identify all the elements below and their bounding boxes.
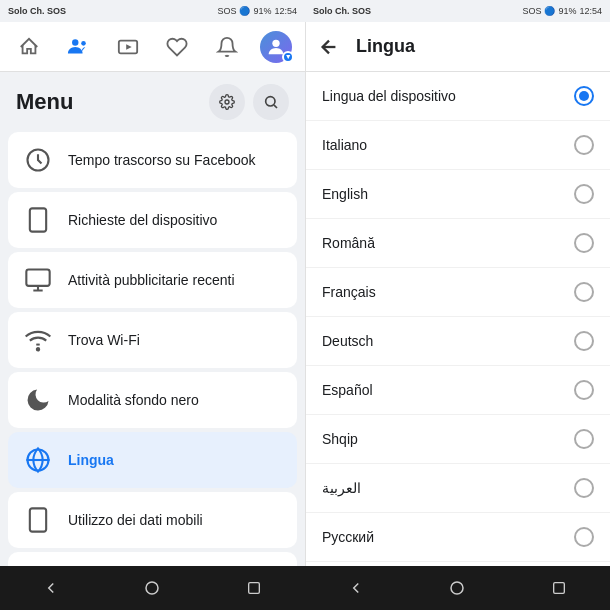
svg-rect-16 xyxy=(249,583,260,594)
lang-item-ro-label: Română xyxy=(322,235,375,251)
status-icons-left: SOS 🔵 91% 12:54 xyxy=(217,6,297,16)
svg-point-11 xyxy=(37,348,39,350)
lang-item-ru[interactable]: Русский xyxy=(306,513,610,562)
svg-point-4 xyxy=(273,39,280,46)
menu-item-device-label: Richieste del dispositivo xyxy=(68,212,217,228)
radio-ar[interactable] xyxy=(574,478,594,498)
radio-device[interactable] xyxy=(574,86,594,106)
bottom-nav-left xyxy=(0,566,305,610)
lang-item-device[interactable]: Lingua del dispositivo xyxy=(306,72,610,121)
svg-rect-10 xyxy=(26,270,49,286)
menu-item-lingua-label: Lingua xyxy=(68,452,114,468)
status-bar: Solo Ch. SOS SOS 🔵 91% 12:54 Solo Ch. SO… xyxy=(0,0,610,22)
radio-fr[interactable] xyxy=(574,282,594,302)
mobile-icon xyxy=(20,502,56,538)
radio-it[interactable] xyxy=(574,135,594,155)
menu-item-time[interactable]: Tempo trascorso su Facebook xyxy=(8,132,297,188)
radio-ru[interactable] xyxy=(574,527,594,547)
lang-item-ru-label: Русский xyxy=(322,529,374,545)
carrier-left: Solo Ch. SOS xyxy=(8,6,66,16)
svg-point-1 xyxy=(81,41,86,46)
lang-item-es[interactable]: Español xyxy=(306,366,610,415)
time-left: 12:54 xyxy=(274,6,297,16)
nav-friends[interactable] xyxy=(60,29,96,65)
svg-marker-3 xyxy=(126,44,132,50)
menu-list: Tempo trascorso su Facebook Richieste de… xyxy=(0,128,305,566)
menu-item-ads-label: Attività pubblicitarie recenti xyxy=(68,272,235,288)
menu-item-time-label: Tempo trascorso su Facebook xyxy=(68,152,256,168)
lang-item-fr-label: Français xyxy=(322,284,376,300)
nav-profile[interactable]: ▼ xyxy=(258,29,294,65)
menu-item-ads[interactable]: Attività pubblicitarie recenti xyxy=(8,252,297,308)
lang-item-ar-label: العربية xyxy=(322,480,361,496)
nav-home[interactable] xyxy=(11,29,47,65)
lang-item-ar[interactable]: العربية xyxy=(306,464,610,513)
menu-header-icons xyxy=(209,84,289,120)
bottom-nav-right xyxy=(305,566,610,610)
menu-item-codegen[interactable]: Generatore di codici xyxy=(8,552,297,566)
back-button[interactable] xyxy=(318,36,340,58)
time-right: 12:54 xyxy=(579,6,602,16)
lang-item-it[interactable]: Italiano xyxy=(306,121,610,170)
menu-item-mobile-label: Utilizzo dei dati mobili xyxy=(68,512,203,528)
menu-item-lingua[interactable]: Lingua xyxy=(8,432,297,488)
status-bar-left: Solo Ch. SOS SOS 🔵 91% 12:54 xyxy=(0,0,305,22)
nav-notifications[interactable] xyxy=(209,29,245,65)
lang-item-ro[interactable]: Română xyxy=(306,219,610,268)
svg-point-6 xyxy=(266,97,275,106)
svg-rect-18 xyxy=(554,583,565,594)
svg-point-17 xyxy=(451,582,463,594)
lang-list: Lingua del dispositivo Italiano English … xyxy=(306,72,610,566)
ads-icon xyxy=(20,262,56,298)
left-panel: ▼ Menu xyxy=(0,22,305,566)
menu-item-device[interactable]: Richieste del dispositivo xyxy=(8,192,297,248)
nav-marketplace[interactable] xyxy=(159,29,195,65)
radio-en[interactable] xyxy=(574,184,594,204)
menu-item-wifi[interactable]: Trova Wi-Fi xyxy=(8,312,297,368)
right-panel: Lingua Lingua del dispositivo Italiano E… xyxy=(305,22,610,566)
radio-es[interactable] xyxy=(574,380,594,400)
lang-item-device-label: Lingua del dispositivo xyxy=(322,88,456,104)
clock-icon xyxy=(20,142,56,178)
lang-header: Lingua xyxy=(306,22,610,72)
menu-title: Menu xyxy=(16,89,73,115)
radio-ro[interactable] xyxy=(574,233,594,253)
top-nav: ▼ xyxy=(0,22,305,72)
nav-home-right[interactable] xyxy=(437,568,477,608)
svg-point-0 xyxy=(72,39,78,45)
menu-item-darkmode[interactable]: Modalità sfondo nero xyxy=(8,372,297,428)
search-icon-btn[interactable] xyxy=(253,84,289,120)
menu-item-wifi-label: Trova Wi-Fi xyxy=(68,332,140,348)
lang-item-it-label: Italiano xyxy=(322,137,367,153)
lang-item-fr[interactable]: Français xyxy=(306,268,610,317)
carrier-right: Solo Ch. SOS xyxy=(313,6,371,16)
wifi-icon xyxy=(20,322,56,358)
lang-item-es-label: Español xyxy=(322,382,373,398)
darkmode-icon xyxy=(20,382,56,418)
svg-point-5 xyxy=(225,100,229,104)
lingua-icon xyxy=(20,442,56,478)
nav-back-right[interactable] xyxy=(336,568,376,608)
lang-item-en-label: English xyxy=(322,186,368,202)
bottom-nav xyxy=(0,566,610,610)
lang-header-title: Lingua xyxy=(356,36,415,57)
lang-item-sq[interactable]: Shqip xyxy=(306,415,610,464)
settings-icon-btn[interactable] xyxy=(209,84,245,120)
menu-item-mobile[interactable]: Utilizzo dei dati mobili xyxy=(8,492,297,548)
nav-square-right[interactable] xyxy=(539,568,579,608)
lang-item-de[interactable]: Deutsch xyxy=(306,317,610,366)
nav-home-left[interactable] xyxy=(132,568,172,608)
lang-item-de-label: Deutsch xyxy=(322,333,373,349)
radio-de[interactable] xyxy=(574,331,594,351)
svg-point-15 xyxy=(146,582,158,594)
radio-sq[interactable] xyxy=(574,429,594,449)
menu-header: Menu xyxy=(0,72,305,128)
svg-rect-13 xyxy=(30,508,46,531)
nav-watch[interactable] xyxy=(110,29,146,65)
lang-item-sq-label: Shqip xyxy=(322,431,358,447)
status-icons-right: SOS 🔵 91% 12:54 xyxy=(522,6,602,16)
nav-square-left[interactable] xyxy=(234,568,274,608)
lang-item-en[interactable]: English xyxy=(306,170,610,219)
nav-back-left[interactable] xyxy=(31,568,71,608)
svg-rect-8 xyxy=(30,208,46,231)
